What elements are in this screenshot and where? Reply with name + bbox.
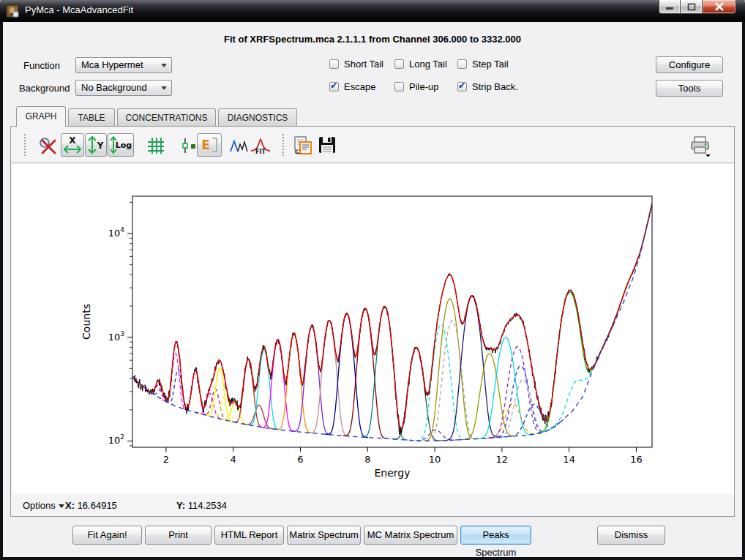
svg-text:102: 102: [108, 433, 124, 446]
mc-matrix-spectrum-button[interactable]: MC Matrix Spectrum: [364, 526, 457, 545]
print-icon[interactable]: [689, 135, 709, 156]
background-label: Background: [19, 83, 70, 94]
peak-markers-icon[interactable]: [179, 135, 199, 156]
graph-tab-panel: X Y Log: [10, 126, 735, 517]
checkbox-box[interactable]: [394, 82, 404, 92]
titlebar[interactable]: PyMca - McaAdvancedFit: [0, 0, 745, 22]
log-scale-button[interactable]: Log: [108, 133, 134, 157]
options-button[interactable]: Options: [23, 500, 64, 511]
options-label: Options: [23, 500, 56, 511]
svg-text:8: 8: [364, 454, 370, 465]
energy-axis-label: E: [201, 138, 210, 152]
checkbox-box[interactable]: [329, 59, 339, 69]
configure-button[interactable]: Configure: [656, 56, 723, 73]
fit-display-icon[interactable]: [229, 135, 250, 156]
pymca-window: PyMca - McaAdvancedFit Fit of XRFSpectru…: [0, 0, 745, 560]
graph-toolbar: X Y Log: [11, 127, 734, 163]
tools-button[interactable]: Tools: [656, 80, 723, 97]
window-title: PyMca - McaAdvancedFit: [25, 4, 133, 15]
cursor-y-value: 114.2534: [188, 500, 227, 511]
checkbox-label: Strip Back.: [472, 81, 518, 92]
y-autoscale-label: Y: [97, 141, 104, 151]
cursor-y-label: Y:: [176, 500, 185, 511]
function-label: Function: [23, 60, 60, 71]
fit-again-button[interactable]: Fit Again!: [72, 526, 142, 545]
fit-header-title: Fit of XRFSpectrum.mca 2.1.1.1 from Chan…: [3, 34, 742, 45]
spectrum-figure[interactable]: 246810121416Energy102103104Counts: [12, 164, 734, 494]
function-combobox-value: Mca Hypermet: [81, 59, 143, 70]
x-autoscale-button[interactable]: X: [61, 133, 84, 157]
svg-text:2: 2: [163, 454, 169, 465]
svg-text:6: 6: [297, 454, 303, 465]
app-icon: [6, 4, 19, 18]
function-combobox[interactable]: Mca Hypermet: [75, 57, 172, 73]
cursor-x-value: 16.64915: [78, 500, 117, 511]
tab-graph[interactable]: GRAPH: [16, 106, 66, 127]
zoom-reset-icon[interactable]: [37, 135, 58, 156]
cursor-y-readout: Y: 114.2534: [176, 500, 227, 511]
background-combobox[interactable]: No Background: [75, 80, 172, 96]
y-autoscale-button[interactable]: Y: [85, 133, 107, 157]
fit-icon[interactable]: FIT: [250, 135, 270, 156]
peaks-spectrum-button[interactable]: Peaks Spectrum: [460, 526, 531, 545]
copy-icon[interactable]: [292, 135, 312, 156]
svg-text:104: 104: [108, 226, 125, 239]
grid-toggle-icon[interactable]: [146, 135, 166, 156]
checkbox-box[interactable]: [457, 59, 467, 69]
svg-text:Counts: Counts: [81, 304, 92, 340]
checkbox-label: Short Tail: [344, 59, 383, 70]
print-button[interactable]: Print: [145, 526, 211, 545]
energy-axis-button[interactable]: E: [197, 133, 222, 157]
checkbox-box[interactable]: [457, 82, 467, 92]
svg-text:12: 12: [496, 454, 509, 465]
log-scale-label: Log: [116, 141, 132, 150]
dialog-content: Fit of XRFSpectrum.mca 2.1.1.1 from Chan…: [3, 22, 742, 557]
svg-text:103: 103: [108, 330, 124, 343]
close-button[interactable]: [703, 0, 736, 14]
close-icon: [714, 2, 725, 11]
checkbox-label: Escape: [344, 81, 375, 92]
html-report-button[interactable]: HTML Report: [214, 526, 284, 545]
checkbox-box[interactable]: [329, 82, 339, 92]
svg-text:14: 14: [563, 454, 575, 465]
tab-table[interactable]: TABLE: [68, 108, 115, 127]
restore-icon: [687, 3, 696, 11]
checkbox-box[interactable]: [394, 59, 404, 69]
toolbar-handle[interactable]: [24, 134, 27, 156]
maximize-button[interactable]: [681, 0, 703, 14]
cursor-x-label: X:: [65, 500, 75, 511]
tab-concentrations[interactable]: CONCENTRATIONS: [117, 108, 216, 127]
checkbox-label: Pile-up: [409, 81, 438, 92]
x-autoscale-label: X: [69, 135, 76, 146]
checkbox-label: Long Tail: [409, 59, 447, 70]
chevron-down-icon: [161, 86, 167, 90]
chevron-down-icon: [161, 64, 167, 67]
checkbox-label: Step Tail: [472, 59, 509, 70]
svg-text:Energy: Energy: [374, 467, 410, 479]
dismiss-button[interactable]: Dismiss: [597, 526, 665, 545]
svg-text:16: 16: [630, 454, 643, 465]
fit-icon-label: FIT: [255, 149, 266, 155]
save-icon[interactable]: [318, 135, 338, 156]
background-combobox-value: No Background: [81, 82, 147, 93]
options-menu-arrow-icon: [59, 504, 64, 509]
minimize-button[interactable]: [659, 0, 681, 14]
matrix-spectrum-button[interactable]: Matrix Spectrum: [287, 526, 361, 545]
minimize-icon: [665, 3, 674, 10]
svg-text:4: 4: [231, 454, 236, 465]
spectrum-chart[interactable]: 246810121416Energy102103104Counts: [75, 173, 675, 488]
toolbar-handle[interactable]: [282, 134, 285, 156]
svg-text:10: 10: [429, 454, 441, 465]
cursor-x-readout: X: 16.64915: [65, 500, 117, 511]
window-controls: [659, 0, 736, 14]
cursor-status-row: Options X: 16.64915 Y: 114.2534: [11, 494, 734, 517]
tab-diagnostics[interactable]: DIAGNOSTICS: [218, 108, 297, 127]
